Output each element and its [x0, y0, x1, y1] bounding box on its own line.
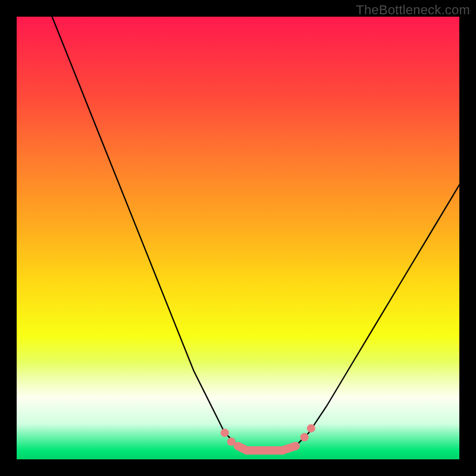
curve-marker: [278, 446, 286, 455]
curve-marker: [243, 446, 251, 455]
plot-area: [17, 17, 459, 459]
curve-marker: [307, 424, 315, 433]
curve-marker: [292, 442, 300, 450]
curve-marker: [300, 433, 309, 441]
watermark-text: TheBottleneck.com: [356, 2, 470, 18]
curve-marker: [234, 442, 242, 450]
bottleneck-curve: [52, 17, 460, 450]
chart-svg: [17, 17, 459, 459]
chart-frame: TheBottleneck.com: [0, 0, 476, 476]
curve-marker: [221, 428, 229, 437]
curve-markers: [221, 424, 315, 455]
curve-marker: [261, 446, 269, 455]
